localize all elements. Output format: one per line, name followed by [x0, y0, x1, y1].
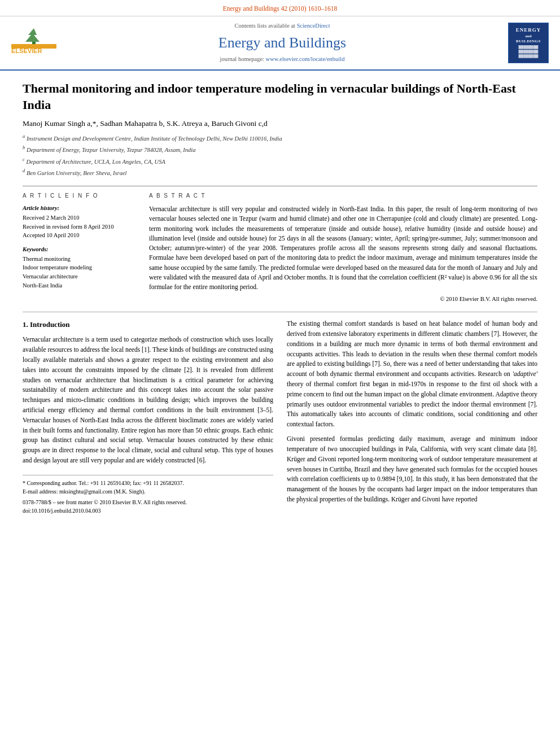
- article-info-abstract: A R T I C L E I N F O Article history: R…: [23, 192, 537, 304]
- divider-1: [23, 186, 537, 186]
- keyword-4: North-East India: [23, 282, 135, 290]
- body-para-1: Vernacular architecture is a term used t…: [23, 335, 273, 466]
- article-info-column: A R T I C L E I N F O Article history: R…: [23, 192, 135, 304]
- affiliation-c: c Department of Architecture, UCLA, Los …: [23, 156, 537, 167]
- keyword-1: Thermal monitoring: [23, 255, 135, 264]
- keywords-block: Keywords: Thermal monitoring Indoor temp…: [23, 246, 135, 290]
- keyword-3: Vernacular architecture: [23, 273, 135, 281]
- email-note: E-mail address: mksinghtu@gmail.com (M.K…: [23, 487, 273, 496]
- contents-line: Contents lists available at ScienceDirec…: [63, 22, 501, 30]
- copyright: © 2010 Elsevier B.V. All rights reserved…: [149, 295, 537, 304]
- issn-line: 0378-7788/$ – see front matter © 2010 El…: [23, 498, 273, 506]
- journal-center: Contents lists available at ScienceDirec…: [63, 22, 501, 64]
- affiliation-a: a Instrument Design and Development Cent…: [23, 133, 537, 143]
- body-para-3: Givoni presented formulas predicting dai…: [287, 434, 537, 505]
- homepage-link[interactable]: www.elsevier.com/locate/enbuild: [266, 56, 345, 62]
- journal-title: Energy and Buildings: [63, 33, 501, 53]
- article-history: Article history: Received 2 March 2010 R…: [23, 204, 135, 240]
- affiliations: a Instrument Design and Development Cent…: [23, 133, 537, 178]
- journal-homepage: journal homepage: www.elsevier.com/locat…: [63, 55, 501, 64]
- citation-link[interactable]: Energy and Buildings 42 (2010) 1610–1618: [223, 5, 338, 12]
- footnote-area: * Corresponding author. Tel.: +91 11 265…: [23, 475, 273, 515]
- article-title: Thermal monitoring and indoor temperatur…: [23, 81, 537, 113]
- body-col-right: The existing thermal comfort standards i…: [287, 319, 537, 515]
- journal-logo: ENERGY and BUILDINGS ▓▓▓▓▓▓▓▓ ▓▓▓▓▓▓▓▓ ▓…: [508, 23, 549, 63]
- abstract-text: Vernacular architecture is still very po…: [149, 204, 537, 292]
- svg-text:ELSEVIER: ELSEVIER: [11, 47, 42, 54]
- article-info-label: A R T I C L E I N F O: [23, 192, 135, 200]
- body-col-left: 1. Introduction Vernacular architecture …: [23, 319, 273, 515]
- elsevier-logo: ELSEVIER: [11, 27, 56, 58]
- sciencedirect-link[interactable]: ScienceDirect: [297, 23, 330, 29]
- section1-heading: 1. Introduction: [23, 319, 273, 330]
- body-para-2: The existing thermal comfort standards i…: [287, 319, 537, 430]
- abstract-column: A B S T R A C T Vernacular architecture …: [149, 192, 537, 304]
- corresponding-author-note: * Corresponding author. Tel.: +91 11 265…: [23, 479, 273, 487]
- abstract-label: A B S T R A C T: [149, 192, 537, 200]
- affiliation-b: b Department of Energy, Tezpur Universit…: [23, 144, 537, 155]
- divider-2: [23, 312, 537, 312]
- doi-line: doi:10.1016/j.enbuild.2010.04.003: [23, 506, 273, 515]
- journal-header: ELSEVIER Contents lists available at Sci…: [0, 16, 560, 71]
- authors: Manoj Kumar Singh a,*, Sadhan Mahapatra …: [23, 119, 537, 129]
- keyword-2: Indoor temperature modeling: [23, 264, 135, 272]
- svg-rect-3: [32, 42, 36, 44]
- main-content: Thermal monitoring and indoor temperatur…: [0, 71, 560, 526]
- body-content: 1. Introduction Vernacular architecture …: [23, 319, 537, 515]
- affiliation-d: d Ben Gurion University, Beer Sheva, Isr…: [23, 167, 537, 178]
- top-bar: Energy and Buildings 42 (2010) 1610–1618: [0, 0, 560, 16]
- svg-marker-2: [25, 28, 40, 42]
